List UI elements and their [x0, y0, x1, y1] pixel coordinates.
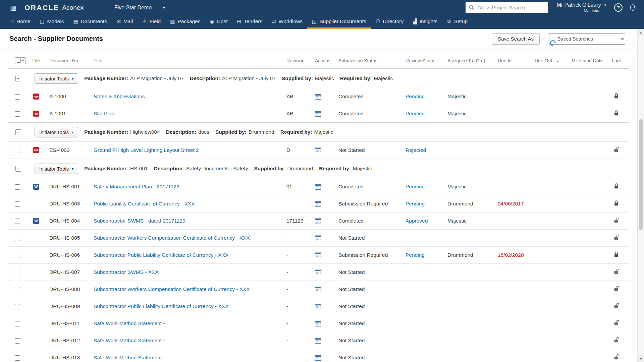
nav-item-mail[interactable]: ✉Mail — [112, 15, 138, 29]
saved-searches-select[interactable]: -- Saved Searches -- — [549, 33, 625, 45]
column-header-due-out[interactable]: Due Out▾ — [532, 58, 569, 63]
save-search-as-button[interactable]: Save Search As — [492, 33, 540, 45]
package-number-link[interactable]: HS-001 — [130, 166, 148, 171]
select-all-control[interactable]: ▾ — [15, 57, 26, 64]
table-row[interactable]: DRU-HS-006Subcontractor Public Liability… — [8, 247, 629, 264]
row-checkbox[interactable] — [15, 201, 20, 207]
calendar-action-icon[interactable] — [315, 269, 321, 275]
row-checkbox[interactable] — [15, 94, 20, 100]
collapse-group-button[interactable]: − — [15, 166, 21, 172]
collapse-group-button[interactable]: − — [15, 129, 21, 135]
column-header-due-in[interactable]: Due In — [495, 58, 532, 63]
table-row[interactable]: DRU-HS-013Safe Work Method Statement --N… — [8, 349, 629, 362]
word-file-icon[interactable]: W — [33, 218, 39, 224]
calendar-action-icon[interactable] — [315, 218, 321, 224]
nav-item-documents[interactable]: ▤Documents — [69, 15, 112, 29]
nav-item-models[interactable]: ◳Models — [35, 15, 68, 29]
initiator-tools-button[interactable]: Initiator Tools▾ — [35, 164, 78, 174]
review-status-link[interactable]: Rejected — [406, 147, 426, 153]
lock-open-icon[interactable] — [614, 286, 620, 292]
row-checkbox[interactable] — [15, 253, 20, 258]
cross-project-search[interactable] — [466, 2, 548, 13]
lock-open-icon[interactable] — [614, 320, 620, 326]
document-title-link[interactable]: Notes & Abbreviations — [94, 94, 145, 99]
document-title-link[interactable]: Subcontractor Workers Compensation Certi… — [94, 235, 250, 241]
calendar-action-icon[interactable] — [315, 287, 321, 292]
row-checkbox[interactable] — [15, 111, 20, 117]
calendar-action-icon[interactable] — [315, 147, 321, 153]
review-status-link[interactable]: Pending — [406, 111, 425, 116]
due-out-menu-icon[interactable]: ▾ — [557, 59, 558, 63]
select-all-checkbox[interactable] — [17, 59, 21, 63]
word-file-icon[interactable]: W — [33, 184, 39, 190]
nav-item-field[interactable]: ⚠Field — [138, 15, 165, 29]
row-checkbox[interactable] — [15, 184, 20, 190]
initiator-tools-button[interactable]: Initiator Tools▾ — [35, 73, 78, 84]
nav-item-packages[interactable]: ▥Packages — [165, 15, 205, 29]
table-row[interactable]: PDFA-1001Site PlanABCompletedPendingMaje… — [8, 105, 629, 122]
review-status-link[interactable]: Approved — [406, 218, 428, 224]
column-header-milestone-date[interactable]: Milestone Date — [569, 58, 609, 63]
table-row[interactable]: DRU-HS-008Subcontractor Workers Compensa… — [8, 281, 629, 298]
table-row[interactable]: PDFES-4003Ground Fl High Level Lighting … — [8, 142, 629, 159]
column-header-submission-status[interactable]: Submission Status — [336, 58, 403, 63]
calendar-action-icon[interactable] — [315, 252, 321, 258]
search-input[interactable] — [477, 4, 544, 11]
lock-closed-icon[interactable] — [614, 251, 619, 257]
pdf-file-icon[interactable]: PDF — [33, 94, 39, 100]
table-row[interactable]: DRU-HS-003Public Liability Certificate o… — [8, 195, 629, 213]
user-menu[interactable]: Mr Patrick O'Leary ▾ Majestic — [557, 2, 606, 13]
pdf-file-icon[interactable]: PDF — [33, 147, 39, 153]
calendar-action-icon[interactable] — [315, 355, 321, 361]
nav-item-workflows[interactable]: ⇄Workflows — [267, 15, 307, 29]
table-row[interactable]: WDRU-HS-004Subcontractor SWMS - dated 20… — [8, 213, 629, 230]
row-checkbox[interactable] — [15, 287, 20, 292]
column-header-review-status[interactable]: Review Status — [403, 58, 445, 63]
document-title-link[interactable]: Safety Management Plan - 20171122 — [94, 184, 179, 189]
review-status-link[interactable]: Pending — [406, 94, 425, 99]
review-status-link[interactable]: Pending — [406, 252, 425, 258]
calendar-action-icon[interactable] — [315, 304, 321, 309]
nav-item-supplier-documents[interactable]: ◫Supplier Documents — [307, 15, 371, 29]
column-header-document-no[interactable]: Document No — [45, 58, 92, 63]
document-title-link[interactable]: Safe Work Method Statement - — [94, 338, 165, 343]
package-number-link[interactable]: ATP Migration - July 07 — [130, 75, 184, 81]
document-title-link[interactable]: Subcontractor SWMS - XXX — [94, 269, 159, 275]
lock-open-icon[interactable] — [614, 217, 620, 223]
row-checkbox[interactable] — [15, 321, 20, 326]
table-row[interactable]: WDRU-HS-001Safety Management Plan - 2017… — [8, 178, 629, 195]
table-row[interactable]: DRU-HS-009Subcontractor Public Liability… — [8, 298, 629, 315]
calendar-action-icon[interactable] — [315, 111, 321, 117]
nav-item-setup[interactable]: ⚙Setup — [442, 15, 472, 29]
vertical-scrollbar[interactable]: ▲ ▼ — [637, 29, 644, 362]
row-checkbox[interactable] — [15, 355, 20, 361]
table-row[interactable]: DRU-HS-011Safe Work Method Statement --N… — [8, 315, 629, 332]
review-status-link[interactable]: Pending — [406, 201, 425, 206]
package-number-link[interactable]: Highview004 — [130, 129, 160, 135]
lock-closed-icon[interactable] — [614, 93, 619, 99]
document-title-link[interactable]: Subcontractor SWMS - dated 20171129 — [94, 218, 185, 224]
lock-closed-icon[interactable] — [614, 183, 619, 189]
calendar-action-icon[interactable] — [315, 338, 321, 344]
table-row[interactable]: DRU-HS-005Subcontractor Workers Compensa… — [8, 230, 629, 247]
document-title-link[interactable]: Subcontractor Workers Compensation Certi… — [94, 286, 250, 292]
nav-item-directory[interactable]: ⚇Directory — [371, 15, 408, 29]
review-status-link[interactable]: Pending — [406, 184, 425, 189]
lock-open-icon[interactable] — [614, 354, 620, 360]
row-checkbox[interactable] — [15, 148, 20, 153]
lock-closed-icon[interactable] — [614, 110, 619, 116]
collapse-group-button[interactable]: − — [15, 76, 21, 81]
scrollbar-thumb[interactable] — [639, 119, 643, 230]
calendar-action-icon[interactable] — [315, 201, 321, 207]
help-icon[interactable]: ? — [614, 3, 623, 12]
column-header-assigned-to-org-[interactable]: Assigned To (Org) — [445, 58, 495, 63]
lock-open-icon[interactable] — [614, 146, 620, 153]
calendar-action-icon[interactable] — [315, 184, 321, 190]
nav-item-cost[interactable]: ◉Cost — [205, 15, 232, 29]
nav-item-tenders[interactable]: ⊞Tenders — [232, 15, 267, 29]
calendar-action-icon[interactable] — [315, 321, 321, 326]
project-selector[interactable]: Five Star Demo ▾ — [114, 5, 165, 11]
row-checkbox[interactable] — [15, 236, 20, 241]
document-title-link[interactable]: Safe Work Method Statement - — [94, 355, 165, 360]
nav-item-home[interactable]: ⌂Home — [6, 15, 35, 29]
